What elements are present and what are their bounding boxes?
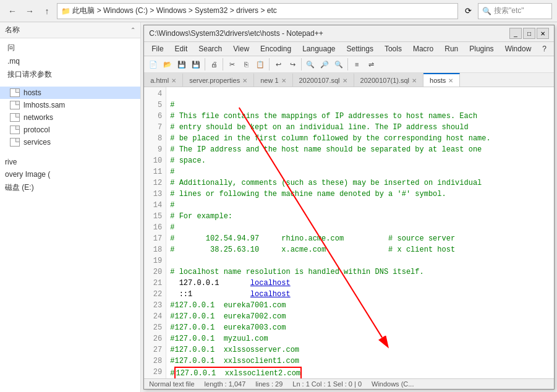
search-box[interactable]: 🔍 搜索"etc" — [478, 3, 552, 19]
file-item-lmhosts[interactable]: lmhosts.sam — [0, 99, 140, 111]
sidebar: 名称 ⌃ 问 .mq 接口请求参数 hosts lmhosts.sam — [0, 22, 141, 392]
menu-edit[interactable]: Edit — [170, 43, 193, 54]
nav-item-jiekou[interactable]: 接口请求参数 — [0, 67, 140, 82]
menu-plugins[interactable]: Plugins — [464, 43, 498, 54]
file-item-protocol[interactable]: protocol — [0, 124, 140, 136]
menu-run[interactable]: Run — [440, 43, 463, 54]
tab-sql2[interactable]: 20200107(1).sql ✕ — [354, 73, 424, 87]
toolbar-sep — [205, 58, 205, 70]
menu-tools[interactable]: Tools — [380, 43, 407, 54]
menu-bar: File Edit Search View Encoding Language … — [144, 42, 554, 56]
drive-item-e[interactable]: 磁盘 (E:) — [0, 181, 140, 195]
file-icon — [10, 101, 20, 109]
window-title: C:\Windows\System32\drivers\etc\hosts - … — [149, 29, 323, 38]
file-icon — [10, 88, 20, 97]
toolbar-sep-5 — [347, 58, 348, 70]
wrap-btn[interactable]: ⇌ — [364, 58, 378, 71]
find-btn[interactable]: 🔍 — [304, 58, 317, 71]
toolbar: 📄 📂 💾 💾 🖨 ✂ ⎘ 📋 ↩ ↪ 🔍 🔎 🔍 ≡ ⇌ — [144, 56, 554, 73]
nav-item-wen[interactable]: 问 — [0, 41, 140, 55]
status-length: length : 1,047 — [205, 380, 246, 388]
open-btn[interactable]: 📂 — [161, 58, 174, 71]
tab-server[interactable]: server.properties ✕ — [183, 73, 254, 87]
toolbar-sep-3 — [269, 58, 270, 70]
save-all-btn[interactable]: 💾 — [189, 58, 203, 71]
tab-new1[interactable]: new 1 ✕ — [254, 73, 292, 87]
search-icon: 🔍 — [482, 7, 491, 15]
drive-section: rive overy Image ( 磁盘 (E:) — [0, 156, 140, 195]
file-icon — [10, 138, 20, 147]
column-header: 名称 — [5, 25, 20, 35]
sidebar-nav: 问 .mq 接口请求参数 — [0, 38, 140, 84]
tab-close-hosts[interactable]: ✕ — [448, 77, 453, 84]
main-layout: 名称 ⌃ 问 .mq 接口请求参数 hosts lmhosts.sam — [0, 22, 557, 392]
menu-macro[interactable]: Macro — [408, 43, 438, 54]
code-editor[interactable]: # # This file contains the mappings of I… — [166, 87, 554, 378]
tab-close-ahtml[interactable]: ✕ — [171, 77, 176, 84]
file-item-services[interactable]: services — [0, 136, 140, 148]
refresh-btn[interactable]: ⟳ — [461, 4, 475, 19]
notepad-titlebar: C:\Windows\System32\drivers\etc\hosts - … — [144, 25, 554, 42]
menu-search[interactable]: Search — [193, 43, 227, 54]
tab-close-sql2[interactable]: ✕ — [412, 77, 417, 84]
file-item-networks[interactable]: networks — [0, 111, 140, 124]
indent-btn[interactable]: ≡ — [350, 58, 364, 71]
titlebar-controls: _ □ ✕ — [509, 28, 549, 39]
file-icon — [10, 126, 20, 134]
save-btn[interactable]: 💾 — [175, 58, 189, 71]
tab-close-server[interactable]: ✕ — [242, 77, 247, 84]
cut-btn[interactable]: ✂ — [225, 58, 239, 71]
status-lines: lines : 29 — [255, 380, 283, 388]
nav-item-mq[interactable]: .mq — [0, 55, 140, 67]
toolbar-sep-2 — [223, 58, 223, 70]
menu-help[interactable]: ? — [537, 43, 551, 54]
tab-bar: a.html ✕ server.properties ✕ new 1 ✕ 202… — [144, 73, 554, 87]
address-bar: ← → ↑ 📁 此电脑 > Windows (C:) > Windows > S… — [0, 0, 557, 22]
line-numbers: 4 5 6 7 8 9 10 11 12 13 14 15 16 17 18 1… — [144, 87, 166, 378]
menu-view[interactable]: View — [228, 43, 254, 54]
file-list: hosts lmhosts.sam networks protocol serv… — [0, 84, 140, 151]
tab-close-new1[interactable]: ✕ — [281, 77, 286, 84]
print-btn[interactable]: 🖨 — [207, 58, 221, 71]
paste-btn[interactable]: 📋 — [253, 58, 267, 71]
zoom-out-btn[interactable]: 🔍 — [332, 58, 346, 71]
drive-item-recovery[interactable]: overy Image ( — [0, 168, 140, 181]
menu-encoding[interactable]: Encoding — [255, 43, 296, 54]
file-icon — [10, 113, 20, 122]
menu-file[interactable]: File — [147, 43, 168, 54]
forward-btn[interactable]: → — [22, 4, 37, 19]
up-btn[interactable]: ↑ — [40, 4, 54, 19]
sidebar-header: 名称 ⌃ — [0, 22, 140, 38]
menu-settings[interactable]: Settings — [342, 43, 378, 54]
copy-btn[interactable]: ⎘ — [239, 58, 253, 71]
menu-language[interactable]: Language — [297, 43, 340, 54]
close-btn[interactable]: ✕ — [537, 28, 549, 39]
minimize-btn[interactable]: _ — [509, 28, 522, 39]
back-btn[interactable]: ← — [5, 4, 20, 19]
zoom-in-btn[interactable]: 🔎 — [318, 58, 331, 71]
status-position: Ln : 1 Col : 1 Sel : 0 | 0 — [292, 380, 362, 388]
undo-btn[interactable]: ↩ — [271, 58, 285, 71]
status-encoding: Windows (C... — [372, 380, 414, 388]
drive-item-c[interactable]: rive — [0, 156, 140, 168]
tab-ahtml[interactable]: a.html ✕ — [144, 73, 183, 87]
tab-hosts[interactable]: hosts ✕ — [423, 73, 460, 87]
new-btn[interactable]: 📄 — [147, 58, 160, 71]
tab-sql1[interactable]: 20200107.sql ✕ — [293, 73, 354, 87]
file-item-hosts[interactable]: hosts — [0, 87, 140, 99]
editor-area[interactable]: 4 5 6 7 8 9 10 11 12 13 14 15 16 17 18 1… — [144, 87, 554, 378]
menu-window[interactable]: Window — [500, 43, 537, 54]
toolbar-sep-4 — [301, 58, 302, 70]
status-bar: Normal text file length : 1,047 lines : … — [144, 378, 554, 389]
maximize-btn[interactable]: □ — [523, 28, 535, 39]
notepad-window: C:\Windows\System32\drivers\etc\hosts - … — [143, 25, 555, 390]
collapse-btn[interactable]: ⌃ — [130, 27, 135, 33]
redo-btn[interactable]: ↪ — [286, 58, 299, 71]
breadcrumb[interactable]: 📁 此电脑 > Windows (C:) > Windows > System3… — [57, 3, 458, 19]
status-type: Normal text file — [149, 380, 194, 388]
tab-close-sql1[interactable]: ✕ — [342, 77, 347, 84]
